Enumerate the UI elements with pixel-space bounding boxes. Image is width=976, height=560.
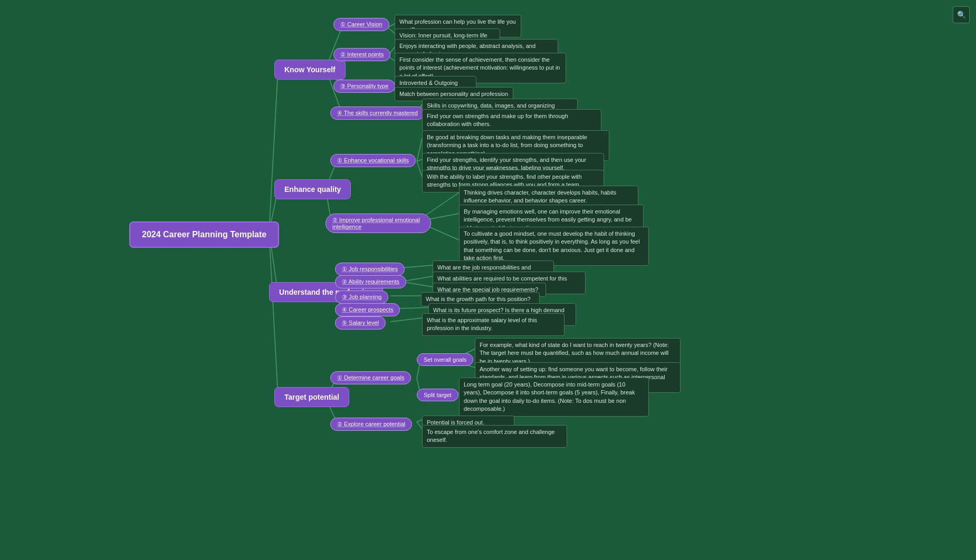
l2-skills-mastered: ④ The skills currently mastered <box>330 107 425 120</box>
l2-determine-career-goals: ① Determine career goals <box>330 371 411 384</box>
l2-career-prospects: ④ Career prospects <box>335 303 400 316</box>
leaf-ie3: To cultivate a good mindset, one must de… <box>459 227 649 266</box>
l2-job-planning: ③ Job planning <box>335 291 388 304</box>
l2-explore-career-potential: ② Explore career potential <box>330 418 412 431</box>
split-target: Split target <box>417 389 458 401</box>
search-button[interactable]: 🔍 <box>953 6 970 23</box>
leaf-sl1: What is the approximate salary level of … <box>422 313 564 336</box>
leaf-sk2: Find your own strengths and make up for … <box>422 109 601 132</box>
leaf-st1: Long term goal (20 years), Decompose int… <box>459 378 649 417</box>
l2-career-vision: ① Career Vision <box>333 18 389 31</box>
svg-line-34 <box>390 318 422 322</box>
root-node: 2024 Career Planning Template <box>129 221 279 248</box>
l1-know-yourself: Know Yourself <box>274 60 346 80</box>
svg-line-0 <box>269 69 278 232</box>
l2-personality-type: ③ Personality type <box>333 80 395 93</box>
svg-line-42 <box>417 420 422 422</box>
l2-salary-level: ⑤ Salary level <box>335 316 386 330</box>
l2-ability-requirements: ② Ability requirements <box>335 275 406 288</box>
l2-improve-emotional: ② Improve professional emotional intelli… <box>326 214 431 233</box>
svg-line-19 <box>417 159 422 161</box>
svg-line-3 <box>269 232 278 398</box>
set-overall-goals: Set overall goals <box>417 353 473 366</box>
search-icon: 🔍 <box>957 11 966 19</box>
l1-enhance-quality: Enhance quality <box>274 179 351 199</box>
l2-job-responsibilities: ① Job responsibilities <box>335 263 405 276</box>
root-label: 2024 Career Planning Template <box>142 230 266 239</box>
l1-target-potential: Target potential <box>274 387 349 407</box>
l2-enhance-vocational: ① Enhance vocational skills <box>330 154 416 167</box>
leaf-ep2: To escape from one's comfort zone and ch… <box>422 425 567 448</box>
svg-line-29 <box>400 265 433 268</box>
svg-line-20 <box>417 161 422 177</box>
svg-line-33 <box>396 307 430 308</box>
svg-line-43 <box>417 422 422 429</box>
l2-interest-points: ② Interest points <box>333 48 390 61</box>
svg-line-18 <box>417 138 422 161</box>
